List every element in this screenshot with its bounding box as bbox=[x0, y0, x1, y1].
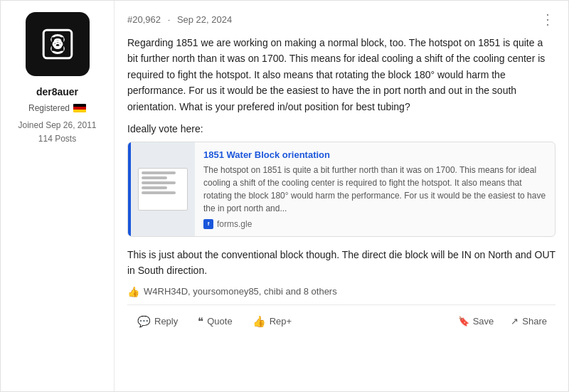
username[interactable]: der8auer bbox=[36, 86, 78, 97]
post-id: #20,962 bbox=[127, 14, 161, 25]
rep-label: Rep+ bbox=[270, 316, 292, 327]
avatar: 8 bbox=[26, 12, 90, 76]
user-meta: Joined Sep 26, 2011 114 Posts bbox=[18, 119, 96, 146]
link-title[interactable]: 1851 Water Block orientation bbox=[203, 149, 546, 160]
share-label: Share bbox=[522, 316, 547, 327]
post-content: #20,962 · Sep 22, 2024 ⋮ Regarding 1851 … bbox=[115, 1, 568, 391]
save-icon: 🔖 bbox=[458, 316, 469, 327]
user-role: Registered bbox=[28, 103, 86, 113]
vote-text: Ideally vote here: bbox=[127, 123, 555, 134]
post-meta: #20,962 · Sep 22, 2024 bbox=[127, 14, 236, 25]
flag-icon bbox=[73, 104, 86, 112]
forms-icon: f bbox=[203, 219, 213, 229]
share-button[interactable]: ↗ Share bbox=[502, 312, 555, 331]
share-icon: ↗ bbox=[511, 316, 519, 327]
likes-text: W4RH34D, yoursomoney85, chibi and 8 othe… bbox=[144, 286, 337, 297]
rep-plus-button[interactable]: 👍 Rep+ bbox=[243, 311, 302, 332]
link-source-text: forms.gle bbox=[217, 219, 252, 229]
reply-button[interactable]: 💬 Reply bbox=[127, 311, 188, 332]
preview-image-mock bbox=[138, 168, 188, 211]
post-date: Sep 22, 2024 bbox=[177, 14, 232, 25]
link-source: f forms.gle bbox=[203, 219, 546, 229]
link-preview-thumbnail bbox=[131, 142, 195, 236]
post-separator: · bbox=[168, 14, 171, 25]
reply-icon: 💬 bbox=[137, 315, 151, 328]
action-bar: 💬 Reply ❝ Quote 👍 Rep+ 🔖 Save ↗ Share bbox=[127, 311, 555, 332]
like-icon: 👍 bbox=[127, 286, 139, 297]
more-options-button[interactable]: ⋮ bbox=[541, 11, 555, 28]
link-preview-body: 1851 Water Block orientation The hotspot… bbox=[195, 142, 555, 236]
svg-text:8: 8 bbox=[53, 34, 62, 53]
quote-label: Quote bbox=[207, 316, 232, 327]
link-description: The hotspot on 1851 is quite a bit furth… bbox=[203, 164, 546, 215]
link-preview-card[interactable]: 1851 Water Block orientation The hotspot… bbox=[127, 142, 555, 237]
quote-button[interactable]: ❝ Quote bbox=[188, 311, 242, 332]
post-footer-text: This is just about the conventional bloc… bbox=[127, 247, 555, 279]
rep-icon: 👍 bbox=[252, 315, 266, 328]
user-sidebar: 8 der8auer Registered Joined Sep 26, 201… bbox=[1, 1, 115, 391]
reply-label: Reply bbox=[154, 316, 178, 327]
quote-icon: ❝ bbox=[198, 315, 203, 328]
save-button[interactable]: 🔖 Save bbox=[450, 312, 503, 331]
action-divider bbox=[127, 304, 555, 305]
post-body-text: Regarding 1851 we are working on making … bbox=[127, 35, 555, 115]
save-label: Save bbox=[473, 316, 494, 327]
post-header: #20,962 · Sep 22, 2024 ⋮ bbox=[127, 11, 555, 28]
likes-row: 👍 W4RH34D, yoursomoney85, chibi and 8 ot… bbox=[127, 286, 555, 297]
